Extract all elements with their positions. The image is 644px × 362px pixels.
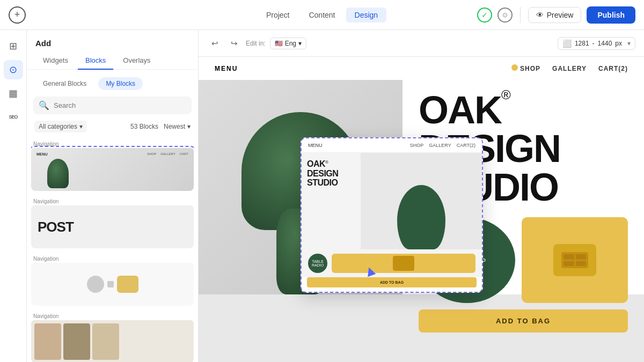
thumb-blob2 [117, 276, 138, 293]
fp-mushroom [397, 185, 445, 249]
main-layout: ⊞ ⊙ ▦ SEO Add Widgets Blocks Overlays Ge… [0, 30, 644, 362]
thumb-blob-small [107, 281, 114, 287]
thumb-link: GALLERY [160, 152, 175, 156]
tab-project[interactable]: Project [258, 8, 298, 23]
sidebar-item-seo[interactable]: SEO [4, 107, 23, 127]
radio-cell [564, 254, 574, 260]
radio-cell [576, 261, 587, 267]
eye-icon: 👁 [536, 11, 544, 19]
fp-text-col: OAK® DESIGN STUDIO [302, 153, 361, 249]
radio-grid [561, 252, 588, 268]
canvas-nav-gallery: GALLERY [552, 65, 587, 72]
search-bar[interactable]: 🔍 [33, 97, 192, 114]
tab-design[interactable]: Design [346, 8, 387, 23]
subtab-general[interactable]: General Blocks [35, 77, 94, 90]
block-item-nav-post[interactable]: Navigation POST [31, 196, 194, 248]
add-button[interactable]: + [9, 6, 26, 24]
left-panel: Add Widgets Blocks Overlays General Bloc… [27, 30, 199, 362]
tab-overlays[interactable]: Overlays [115, 52, 158, 70]
gallery-img1 [34, 323, 61, 360]
search-icon: 🔍 [39, 100, 49, 110]
blocks-grid: Navigation MENU SHOP GALLERY CART Nav [27, 137, 198, 362]
add-to-bag-button[interactable]: ADD TO BAG [419, 309, 628, 333]
category-filter[interactable]: All categories ▾ [34, 121, 87, 132]
gallery-img3 [92, 323, 119, 360]
viewport-sep: - [592, 40, 595, 47]
preview-label: Preview [547, 11, 574, 19]
thumb-link: SHOP [147, 152, 156, 156]
viewport-max: 1440 [598, 40, 612, 47]
block-preview-nav-post[interactable]: POST [31, 205, 194, 248]
subtab-myblocks[interactable]: My Blocks [98, 77, 143, 90]
publish-button[interactable]: Publish [587, 6, 635, 24]
undo-button[interactable]: ↩ [207, 36, 222, 51]
gallery-img2 [63, 323, 90, 360]
tab-content[interactable]: Content [300, 8, 343, 23]
block-preview-nav-gallery[interactable] [31, 320, 194, 362]
thumb-mushroom-shape [47, 159, 69, 188]
registered-mark: ® [501, 87, 510, 102]
block-item-nav-product[interactable]: Navigation [31, 254, 194, 306]
fp-image-col [361, 153, 482, 249]
sort-label: Newest [164, 123, 185, 130]
language-selector[interactable]: 🇺🇸 Eng ▾ [270, 38, 306, 49]
fp-menu-label: MENU [308, 143, 323, 148]
language-label: Eng [285, 40, 296, 47]
clock-icon: ⊙ [497, 8, 513, 23]
blocks-count: 53 Blocks [130, 123, 158, 130]
thumb-link: CART [180, 152, 188, 156]
fp-title: OAK® DESIGN STUDIO [307, 159, 355, 188]
thumb-nav-mushroom: MENU SHOP GALLERY CART [31, 148, 194, 191]
radio-cell [564, 261, 574, 267]
block-label: Navigation [31, 139, 194, 148]
topbar: + Project Content Design ✓ ⊙ 👁 Preview P… [0, 0, 644, 30]
nav-dot [511, 64, 518, 71]
status-icon: ✓ [477, 8, 492, 23]
expand-icon: ▾ [627, 40, 631, 47]
fp-add-btn[interactable]: ADD TO BAG [307, 277, 477, 287]
viewport-info[interactable]: ⬜ 1281 - 1440 px ▾ [558, 37, 635, 50]
edit-in-label: Edit in: [246, 40, 266, 47]
block-label: Navigation [31, 254, 194, 263]
viewport-unit: px [615, 40, 622, 47]
sidebar-item-components[interactable]: ⊙ [4, 60, 23, 79]
search-input[interactable] [54, 101, 186, 109]
canvas-nav-right: SHOP GALLERY CART(2) [511, 64, 628, 72]
block-item-nav-mushroom[interactable]: Navigation MENU SHOP GALLERY CART [31, 139, 194, 191]
topbar-left: + [9, 6, 26, 24]
radio-cell [576, 254, 587, 260]
divider [520, 7, 521, 23]
topbar-right: ✓ ⊙ 👁 Preview Publish [477, 6, 635, 24]
icon-sidebar: ⊞ ⊙ ▦ SEO [0, 30, 27, 362]
thumb-blob1 [87, 276, 104, 293]
sort-select[interactable]: 53 Blocks Newest ▾ [130, 123, 191, 130]
canvas-navbar: MENU SHOP GALLERY CART(2) [199, 57, 644, 80]
fp-cart: CART(2) [457, 143, 475, 148]
fp-nav-links: SHOP GALLERY CART(2) [410, 143, 475, 148]
preview-button[interactable]: 👁 Preview [528, 7, 582, 23]
topbar-nav: Project Content Design [258, 8, 386, 23]
floating-preview: MENU SHOP GALLERY CART(2) OAK® DESIGN ST… [301, 137, 483, 293]
thumb-menu-label: MENU [36, 152, 48, 156]
category-label: All categories [39, 123, 77, 130]
fp-radio-box [332, 254, 475, 273]
thumb-post: POST [31, 205, 194, 248]
redo-button[interactable]: ↪ [226, 36, 241, 51]
block-preview-nav-mushroom[interactable]: MENU SHOP GALLERY CART [31, 148, 194, 191]
sidebar-item-sections[interactable]: ▦ [4, 84, 23, 103]
post-text: POST [38, 219, 74, 235]
thumb-nav-links: SHOP GALLERY CART [147, 152, 188, 156]
edit-bar-left: ↩ ↪ Edit in: 🇺🇸 Eng ▾ [207, 36, 306, 51]
monitor-icon: ⬜ [562, 39, 572, 48]
block-preview-nav-product[interactable] [31, 263, 194, 306]
tab-widgets[interactable]: Widgets [35, 52, 76, 70]
block-label: Navigation [31, 311, 194, 320]
fp-circle-btn: TABLE RADIO [308, 254, 327, 273]
tab-blocks[interactable]: Blocks [78, 52, 113, 70]
filter-row: All categories ▾ 53 Blocks Newest ▾ [27, 119, 198, 137]
sidebar-item-layers[interactable]: ⊞ [4, 36, 23, 56]
block-item-nav-gallery[interactable]: Navigation [31, 311, 194, 362]
fp-gallery: GALLERY [429, 143, 451, 148]
product-card-yellow [522, 217, 628, 303]
fp-radio-icon [393, 256, 414, 271]
